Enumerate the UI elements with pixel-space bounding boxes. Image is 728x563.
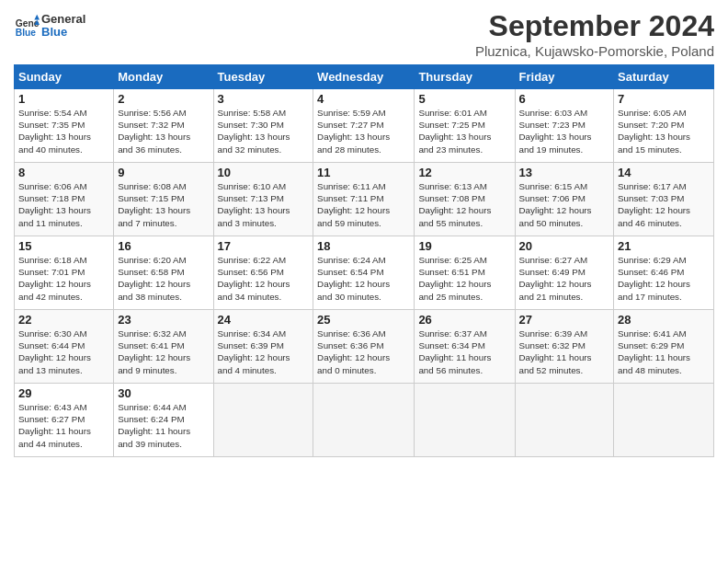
day-15: 15 Sunrise: 6:18 AMSunset: 7:01 PMDaylig… xyxy=(15,236,114,310)
calendar-table: Sunday Monday Tuesday Wednesday Thursday… xyxy=(14,64,714,457)
day-19: 19 Sunrise: 6:25 AMSunset: 6:51 PMDaylig… xyxy=(415,236,515,310)
day-23: 23 Sunrise: 6:32 AMSunset: 6:41 PMDaylig… xyxy=(114,310,213,384)
day-28: 28 Sunrise: 6:41 AMSunset: 6:29 PMDaylig… xyxy=(614,310,714,384)
logo-icon: General Blue xyxy=(14,13,40,39)
day-24: 24 Sunrise: 6:34 AMSunset: 6:39 PMDaylig… xyxy=(213,310,313,384)
month-title: September 2024 xyxy=(475,9,714,43)
location-subtitle: Pluznica, Kujawsko-Pomorskie, Poland xyxy=(475,43,714,59)
col-sunday: Sunday xyxy=(15,65,114,89)
logo-text-blue: Blue xyxy=(41,26,85,39)
day-6: 6 Sunrise: 6:03 AMSunset: 7:23 PMDayligh… xyxy=(515,89,614,163)
empty-cell-5 xyxy=(614,384,714,457)
day-16: 16 Sunrise: 6:20 AMSunset: 6:58 PMDaylig… xyxy=(114,236,213,310)
col-wednesday: Wednesday xyxy=(313,65,415,89)
day-12: 12 Sunrise: 6:13 AMSunset: 7:08 PMDaylig… xyxy=(415,163,515,236)
title-block: September 2024 Pluznica, Kujawsko-Pomors… xyxy=(475,9,714,59)
svg-text:Blue: Blue xyxy=(16,28,37,38)
day-7: 7 Sunrise: 6:05 AMSunset: 7:20 PMDayligh… xyxy=(614,89,714,163)
week-row-3: 15 Sunrise: 6:18 AMSunset: 7:01 PMDaylig… xyxy=(15,236,714,310)
day-14: 14 Sunrise: 6:17 AMSunset: 7:03 PMDaylig… xyxy=(614,163,714,236)
week-row-5: 29 Sunrise: 6:43 AMSunset: 6:27 PMDaylig… xyxy=(15,384,714,457)
col-tuesday: Tuesday xyxy=(213,65,313,89)
col-saturday: Saturday xyxy=(614,65,714,89)
day-3: 3 Sunrise: 5:58 AMSunset: 7:30 PMDayligh… xyxy=(213,89,313,163)
page-container: General Blue General Blue September 2024… xyxy=(0,0,728,466)
day-25: 25 Sunrise: 6:36 AMSunset: 6:36 PMDaylig… xyxy=(313,310,415,384)
logo-text-general: General xyxy=(41,13,85,26)
day-22: 22 Sunrise: 6:30 AMSunset: 6:44 PMDaylig… xyxy=(15,310,114,384)
empty-cell-3 xyxy=(415,384,515,457)
day-27: 27 Sunrise: 6:39 AMSunset: 6:32 PMDaylig… xyxy=(515,310,614,384)
empty-cell-1 xyxy=(213,384,313,457)
logo: General Blue General Blue xyxy=(14,13,85,40)
week-row-4: 22 Sunrise: 6:30 AMSunset: 6:44 PMDaylig… xyxy=(15,310,714,384)
day-9: 9 Sunrise: 6:08 AMSunset: 7:15 PMDayligh… xyxy=(114,163,213,236)
day-29: 29 Sunrise: 6:43 AMSunset: 6:27 PMDaylig… xyxy=(15,384,114,457)
day-5: 5 Sunrise: 6:01 AMSunset: 7:25 PMDayligh… xyxy=(415,89,515,163)
week-row-2: 8 Sunrise: 6:06 AMSunset: 7:18 PMDayligh… xyxy=(15,163,714,236)
day-4: 4 Sunrise: 5:59 AMSunset: 7:27 PMDayligh… xyxy=(313,89,415,163)
day-13: 13 Sunrise: 6:15 AMSunset: 7:06 PMDaylig… xyxy=(515,163,614,236)
day-20: 20 Sunrise: 6:27 AMSunset: 6:49 PMDaylig… xyxy=(515,236,614,310)
week-row-1: 1 Sunrise: 5:54 AMSunset: 7:35 PMDayligh… xyxy=(15,89,714,163)
col-monday: Monday xyxy=(114,65,213,89)
day-18: 18 Sunrise: 6:24 AMSunset: 6:54 PMDaylig… xyxy=(313,236,415,310)
day-21: 21 Sunrise: 6:29 AMSunset: 6:46 PMDaylig… xyxy=(614,236,714,310)
day-1: 1 Sunrise: 5:54 AMSunset: 7:35 PMDayligh… xyxy=(15,89,114,163)
empty-cell-2 xyxy=(313,384,415,457)
svg-marker-2 xyxy=(34,15,40,20)
day-10: 10 Sunrise: 6:10 AMSunset: 7:13 PMDaylig… xyxy=(213,163,313,236)
day-8: 8 Sunrise: 6:06 AMSunset: 7:18 PMDayligh… xyxy=(15,163,114,236)
day-26: 26 Sunrise: 6:37 AMSunset: 6:34 PMDaylig… xyxy=(415,310,515,384)
day-30: 30 Sunrise: 6:44 AMSunset: 6:24 PMDaylig… xyxy=(114,384,213,457)
header: General Blue General Blue September 2024… xyxy=(14,9,714,59)
col-thursday: Thursday xyxy=(415,65,515,89)
day-17: 17 Sunrise: 6:22 AMSunset: 6:56 PMDaylig… xyxy=(213,236,313,310)
calendar-header-row: Sunday Monday Tuesday Wednesday Thursday… xyxy=(15,65,714,89)
empty-cell-4 xyxy=(515,384,614,457)
col-friday: Friday xyxy=(515,65,614,89)
day-11: 11 Sunrise: 6:11 AMSunset: 7:11 PMDaylig… xyxy=(313,163,415,236)
day-2: 2 Sunrise: 5:56 AMSunset: 7:32 PMDayligh… xyxy=(114,89,213,163)
